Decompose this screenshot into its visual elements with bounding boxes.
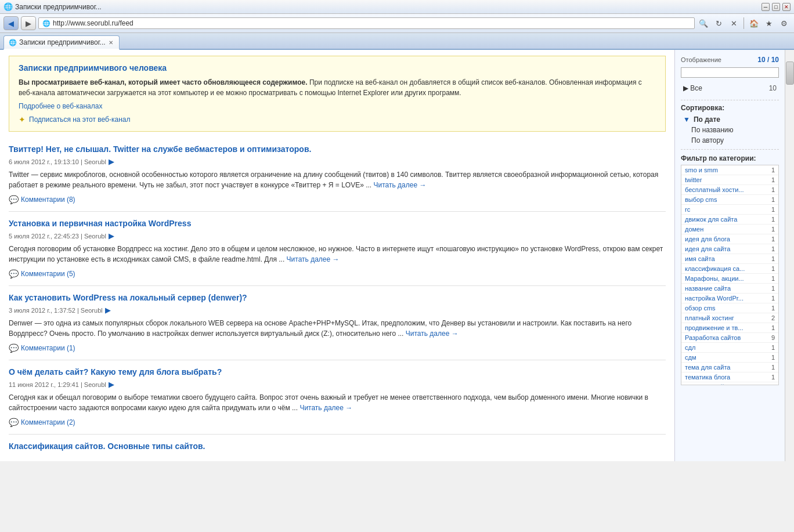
active-tab[interactable]: 🌐 Записки предприимчивог... ✕ [3,35,120,50]
tools-button[interactable]: ⚙ [778,17,791,30]
filter-count-8: 1 [771,245,775,252]
info-description-bold: Вы просматриваете веб-канал, который име… [19,78,308,86]
feed-item-text-4: Сегодня как и обещал поговорим о выборе … [9,392,666,413]
learn-more-link[interactable]: Подробнее о веб-каналах [19,102,102,110]
filter-link-4[interactable]: rc [685,206,690,213]
filter-link-10[interactable]: классификация са... [685,265,745,272]
comments-link-1[interactable]: Комментарии (8) [21,196,75,204]
subscribe-icon: ✦ [19,115,26,124]
filter-item-0[interactable]: smo и smm1 [681,165,778,175]
sort-by-date[interactable]: ▼ По дате [681,114,779,125]
comment-icon-1: 💬 [9,195,19,204]
filter-link-18[interactable]: сдл [685,344,695,351]
display-count: 10 / 10 [757,56,779,64]
feed-item-link-1[interactable]: Твиттер! Нет, не слышал. Twitter на служ… [9,144,311,154]
all-label: ▶ Все [683,84,702,92]
all-item[interactable]: ▶ Все 10 [681,82,779,94]
feed-item-4: О чём делать сайт? Какую тему для блога … [9,360,666,435]
filter-item-14[interactable]: обзор cms1 [681,303,778,313]
filter-item-12[interactable]: название сайта1 [681,284,778,294]
filter-item-4[interactable]: rc1 [681,205,778,215]
sort-label: Сортировка: [681,104,779,112]
title-bar: 🌐 Записки предприимчивог... ─ □ ✕ [0,0,794,14]
filter-count-2: 1 [771,186,775,193]
filter-item-16[interactable]: продвижение и тв...1 [681,323,778,333]
filter-link-21[interactable]: тематика блога [685,374,730,381]
filter-item-2[interactable]: бесплатный хости...1 [681,185,778,195]
back-button[interactable]: ◀ [3,16,19,30]
filter-item-3[interactable]: выбор cms1 [681,195,778,205]
search-button[interactable]: 🔍 [697,17,710,30]
stop-button[interactable]: ✕ [727,17,740,30]
refresh-button[interactable]: ↻ [712,17,725,30]
subscribe-link[interactable]: Подписаться на этот веб-канал [29,115,130,124]
comments-link-3[interactable]: Комментарии (1) [21,344,75,352]
feed-item-link-4[interactable]: О чём делать сайт? Какую тему для блога … [9,367,222,377]
filter-item-13[interactable]: настройка WordPr...1 [681,294,778,303]
feed-item-link-3[interactable]: Как установить WordPress на локальный се… [9,293,247,302]
filter-link-15[interactable]: платный хостинг [685,314,734,321]
read-more-link-3[interactable]: Читать далее → [406,330,459,338]
sort-name-label: По названию [691,126,734,134]
filter-link-13[interactable]: настройка WordPr... [685,295,744,302]
feed-item-1: Твиттер! Нет, не слышал. Twitter на служ… [9,137,666,212]
filter-link-7[interactable]: идея для блога [685,236,730,243]
filter-link-22[interactable]: тематика сайта [685,383,731,385]
filter-item-5[interactable]: движок для сайта1 [681,215,778,225]
close-button[interactable]: ✕ [782,3,791,11]
filter-item-19[interactable]: сдм1 [681,353,778,363]
filter-link-19[interactable]: сдм [685,354,696,361]
feed-item-link-2[interactable]: Установка и первичная настройка WordPres… [9,219,191,228]
feed-item-link-5[interactable]: Классификация сайтов. Основные типы сайт… [9,441,205,451]
page-scrollbar[interactable] [785,50,794,461]
comments-link-2[interactable]: Комментарии (5) [21,270,75,278]
filter-link-14[interactable]: обзор cms [685,305,716,312]
filter-item-6[interactable]: домен1 [681,225,778,234]
read-more-link-4[interactable]: Читать далее → [299,404,352,412]
filter-count-21: 1 [771,374,775,381]
filter-link-17[interactable]: Разработка сайтов [685,334,741,341]
filter-item-15[interactable]: платный хостинг2 [681,313,778,323]
tab-close-button[interactable]: ✕ [107,39,114,46]
filter-link-5[interactable]: движок для сайта [685,216,737,223]
filter-link-12[interactable]: название сайта [685,285,731,292]
filter-count-4: 1 [771,206,775,213]
home-button[interactable]: 🏠 [748,17,760,30]
maximize-button[interactable]: □ [772,3,780,11]
feed-item-date-4: 11 июня 2012 г., 1:29:41 | Seorubl [9,381,106,388]
filter-link-9[interactable]: имя сайта [685,255,715,262]
filter-link-2[interactable]: бесплатный хости... [685,186,744,193]
filter-link-11[interactable]: Марафоны, акции... [685,275,744,282]
read-more-link-1[interactable]: Читать далее → [374,181,427,189]
filter-item-10[interactable]: классификация са...1 [681,264,778,274]
filter-link-8[interactable]: идея для сайта [685,245,730,252]
forward-button[interactable]: ▶ [21,16,36,30]
filter-item-11[interactable]: Марафоны, акции...1 [681,274,778,284]
filter-link-16[interactable]: продвижение и тв... [685,324,743,331]
filter-link-3[interactable]: выбор cms [685,196,717,203]
minimize-button[interactable]: ─ [761,3,770,11]
filter-link-6[interactable]: домен [685,226,703,233]
filter-item-8[interactable]: идея для сайта1 [681,244,778,254]
sort-by-name[interactable]: По названию [681,125,779,135]
search-input[interactable] [681,67,779,78]
filter-item-17[interactable]: Разработка сайтов9 [681,333,778,343]
filter-count-20: 1 [771,364,775,371]
filter-item-7[interactable]: идея для блога1 [681,234,778,244]
filter-item-22[interactable]: тематика сайта1 [681,382,778,385]
scroll-thumb[interactable] [786,61,794,85]
filter-item-1[interactable]: twitter1 [681,175,778,185]
read-more-link-2[interactable]: Читать далее → [287,255,340,263]
filter-item-18[interactable]: сдл1 [681,343,778,353]
filter-item-21[interactable]: тематика блога1 [681,372,778,382]
comments-link-4[interactable]: Комментарии (2) [21,418,75,426]
filter-link-0[interactable]: smo и smm [685,167,718,173]
filter-link-1[interactable]: twitter [685,176,702,183]
sort-by-author[interactable]: По автору [681,135,779,146]
filter-link-20[interactable]: тема для сайта [685,364,730,371]
favorites-button[interactable]: ★ [763,17,775,30]
filter-item-20[interactable]: тема для сайта1 [681,363,778,372]
url-input[interactable] [53,19,691,27]
tab-label: Записки предприимчивог... [19,38,105,46]
filter-item-9[interactable]: имя сайта1 [681,254,778,264]
